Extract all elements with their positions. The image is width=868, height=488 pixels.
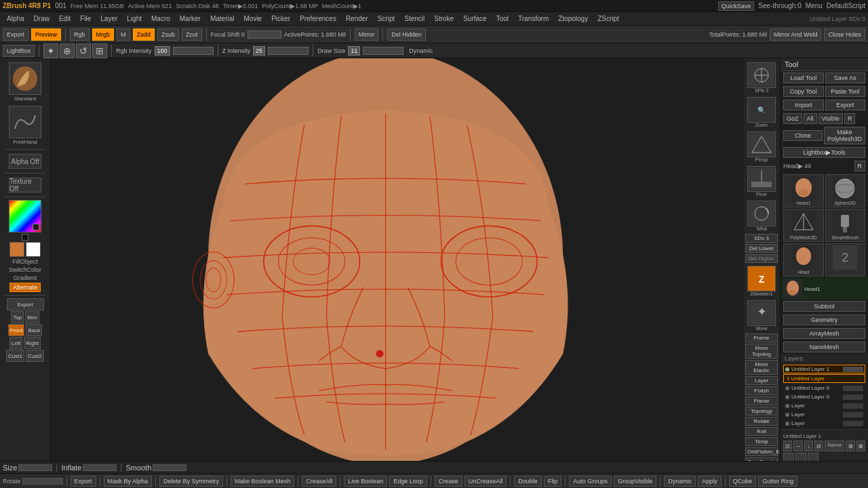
layer-empty3[interactable]: Layer [783,419,865,428]
spls3-item[interactable]: SPls 3 [745,61,778,94]
top-btn[interactable]: Top [11,311,24,323]
export-bottom-btn[interactable]: Export [71,476,96,487]
make-polymesh-button[interactable]: Make PolyMesh3D [824,127,865,144]
menu-ztopology[interactable]: Ztopology [554,14,592,24]
menu-movie[interactable]: Movie [239,14,266,24]
rotate-btn[interactable]: Rotate [745,417,778,426]
menu-render[interactable]: Render [342,14,372,24]
sdv3-btn[interactable]: SDv 3 [745,234,778,243]
menu-alpha[interactable]: Alpha [3,14,28,24]
lightbox-tools-button[interactable]: Lightbox▶Tools [783,147,865,158]
layer-icon4[interactable]: ⊟ [814,441,823,451]
cust2-btn[interactable]: Cust2 [26,350,44,362]
menu-material[interactable]: Material [206,14,239,24]
dynamic-btn[interactable]: Dynamic [664,476,696,487]
zcut-button[interactable]: Zcut [182,28,202,41]
export-button[interactable]: Export [3,28,28,41]
r-button[interactable]: R [844,113,856,124]
z-intensity-slider[interactable] [268,47,309,55]
draw-size-slider[interactable] [363,47,403,55]
layer-untitled0b[interactable]: Untitled Layer 0 [783,392,865,401]
load-tool-button[interactable]: Load Tool [783,73,824,83]
gutter-ring-btn[interactable]: Gutter Ring [758,476,797,487]
rgb-intensity-slider[interactable] [173,47,214,55]
geometry-button[interactable]: Geometry [783,314,865,325]
standard-brush-item[interactable]: Standard [5,61,45,103]
layer-icon6[interactable]: ⊠ [856,441,865,451]
layer-icon3[interactable]: ↓ [804,441,813,451]
m-button[interactable]: M [117,28,130,41]
texture-off-btn[interactable]: Texture Off [9,178,41,192]
brush-rotate-icon[interactable]: ↺ [76,43,91,58]
move-topolog-btn[interactable]: Move Topolog [745,344,778,359]
zsub-button[interactable]: Zsub [157,28,179,41]
move-item[interactable]: ✦ Move [745,299,778,332]
menu-transform[interactable]: Transform [514,14,553,24]
layer-icon2[interactable]: ↔ [793,441,802,451]
menu-picker[interactable]: Picker [267,14,294,24]
srot-item[interactable]: SRot [745,199,778,232]
brush-move-icon[interactable]: ✦ [43,43,58,58]
fill-color-swatch[interactable] [9,242,24,257]
mirror-weld-button[interactable]: Mirror And Weld [770,28,821,41]
crease-btn[interactable]: Crease [435,476,462,487]
canvas-area[interactable] [51,58,743,461]
zadd-button[interactable]: Zadd [133,28,155,41]
visible-button[interactable]: Visible [818,113,843,124]
layer-icon9[interactable] [808,453,818,461]
switch-color-label[interactable]: SwitchColor [9,266,41,273]
menu-label[interactable]: Menu [806,2,823,9]
export-tp-button[interactable]: Export [825,100,866,110]
layer-btn[interactable]: Layer [745,376,778,385]
polish-btn[interactable]: Polish [745,386,778,395]
layer0a-slider[interactable] [843,386,863,391]
layer-e3-slider[interactable] [843,421,863,426]
default-script-label[interactable]: DefaultScript [827,2,865,9]
brush-scale2-icon[interactable]: ⊞ [92,43,107,58]
export-view-btn[interactable]: Export [7,298,44,310]
group-visible-btn[interactable]: GroupVisible [614,476,656,487]
layer-empty2[interactable]: Layer [783,410,865,419]
orbflatten-btn[interactable]: OrbFlatten_Edge [745,447,778,456]
layer1-slider[interactable] [843,367,863,372]
preview-button[interactable]: Preview [31,28,61,41]
menu-stencil[interactable]: Stencil [400,14,429,24]
right-btn[interactable]: Right [24,337,41,349]
cust1-btn[interactable]: Cust1 [6,350,24,362]
white-swatch[interactable] [26,242,41,257]
uncrease-all-btn[interactable]: UnCreaseAll [465,476,507,487]
left-btn[interactable]: Left [9,337,22,349]
mirror-button[interactable]: Mirror [355,28,379,41]
subtool-button[interactable]: Subtool [783,301,865,312]
draw-size-value[interactable]: 11 [348,46,360,56]
live-boolean-btn[interactable]: Live Boolean [344,476,387,487]
goz-button[interactable]: GoZ [783,113,802,124]
polymesh3d-tool[interactable]: PolyMesh3D [783,209,824,242]
arraymesh-button[interactable]: ArrayMesh [783,328,865,339]
flip-btn[interactable]: Flip [544,476,562,487]
mask-by-alpha-btn[interactable]: Mask By Alpha [104,476,153,487]
del-hidden-button[interactable]: Del Hidden [387,28,426,41]
dark-swatch[interactable] [22,234,28,241]
quicksave-button[interactable]: QuickSave [718,1,755,11]
import-button[interactable]: Import [783,100,824,110]
tool2-item[interactable]: 2 [825,243,866,277]
front-btn[interactable]: Front [8,324,25,336]
back-btn[interactable]: Back [26,324,42,336]
layer-e2-slider[interactable] [843,412,863,418]
apply-btn[interactable]: Apply [698,476,722,487]
rxlt-btn[interactable]: Rxlt [745,427,778,436]
menu-macro[interactable]: Macro [147,14,174,24]
frame-btn[interactable]: Frame [745,333,778,342]
rotate-slider[interactable] [22,478,63,485]
qcube-btn[interactable]: QCube [729,476,757,487]
layer-untitled1[interactable]: Untitled Layer 1 [783,365,865,373]
layer0b-slider[interactable] [843,394,863,400]
see-through-label[interactable]: See-through:0 [758,2,801,9]
layer-e1-slider[interactable] [843,403,863,409]
simplebrush-tool[interactable]: SimpleBrush [825,209,866,242]
menu-file[interactable]: File [76,14,95,24]
layer-icon1[interactable]: ⊡ [783,441,792,451]
move-elastic-btn[interactable]: Move Elastic [745,360,778,375]
menu-preferences[interactable]: Preferences [296,14,340,24]
